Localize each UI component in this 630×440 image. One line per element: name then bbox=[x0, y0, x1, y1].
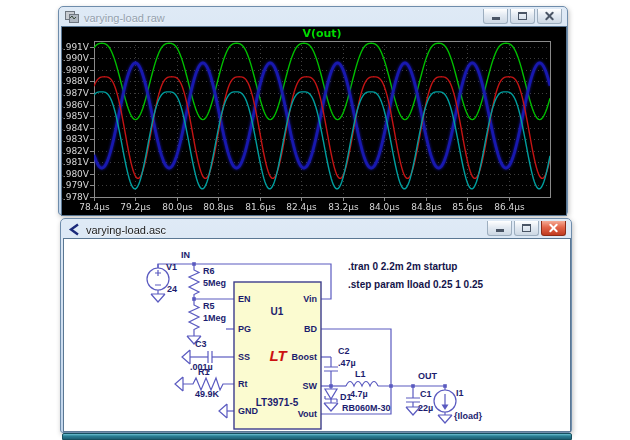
component-refdes: C3 bbox=[195, 339, 207, 349]
plot-window-titlebar[interactable]: varying-load.raw bbox=[61, 9, 565, 26]
maximize-icon bbox=[522, 224, 531, 232]
schematic-window: varying-load.asc bbox=[60, 218, 572, 433]
component-refdes: R5 bbox=[203, 301, 215, 311]
pin-label-ss: SS bbox=[238, 352, 250, 362]
component-value: {Iload} bbox=[454, 411, 483, 421]
net-label-in: IN bbox=[181, 250, 190, 260]
component-refdes: C2 bbox=[338, 346, 350, 356]
component-refdes: L1 bbox=[355, 369, 366, 379]
component-refdes: V1 bbox=[166, 262, 177, 272]
resistor-r1[interactable]: R1 49.9K bbox=[175, 367, 234, 399]
minimize-icon bbox=[496, 229, 504, 232]
waveform-pane bbox=[61, 26, 567, 216]
ground-gnd-pin bbox=[219, 404, 234, 418]
current-source-i1[interactable]: I1 {Iload} bbox=[434, 386, 483, 423]
minimize-button[interactable] bbox=[487, 221, 512, 236]
schematic-window-title: varying-load.asc bbox=[86, 224, 166, 236]
component-refdes: I1 bbox=[456, 388, 464, 398]
net-label-out: OUT bbox=[418, 371, 438, 381]
component-value: 1Meg bbox=[203, 313, 226, 323]
schematic-pane: IN OUT .tran 0 2.2m 2m startup .step par… bbox=[63, 238, 571, 432]
background-window-edge[interactable] bbox=[62, 433, 572, 440]
waveform-window-icon bbox=[65, 11, 79, 24]
chip-refdes: U1 bbox=[271, 306, 284, 317]
maximize-icon bbox=[518, 12, 527, 20]
resistor-r5[interactable]: R5 1Meg bbox=[187, 299, 226, 344]
close-icon bbox=[544, 11, 555, 22]
component-value: 24 bbox=[167, 284, 177, 294]
pin-label-rt: Rt bbox=[238, 379, 248, 389]
close-button[interactable] bbox=[541, 221, 566, 236]
voltage-source-v1[interactable]: V1 24 bbox=[147, 262, 177, 302]
minimize-button[interactable] bbox=[483, 9, 508, 24]
resistor-r6[interactable]: R6 5Meg bbox=[189, 264, 226, 299]
close-icon bbox=[548, 223, 559, 234]
maximize-button[interactable] bbox=[510, 9, 535, 24]
component-value: 4.7µ bbox=[350, 389, 368, 399]
pin-label-en: EN bbox=[238, 294, 251, 304]
schematic-window-titlebar[interactable]: varying-load.asc bbox=[63, 221, 569, 238]
pin-label-bd: BD bbox=[304, 324, 317, 334]
plot-window: varying-load.raw bbox=[58, 6, 568, 215]
minimize-icon bbox=[492, 17, 500, 20]
capacitor-c1[interactable]: C1 22µ bbox=[406, 386, 433, 415]
directive-step: .step param Iload 0.25 1 0.25 bbox=[348, 279, 484, 290]
close-button[interactable] bbox=[537, 9, 562, 24]
pin-label-vout: Vout bbox=[298, 409, 317, 419]
plot-window-title: varying-load.raw bbox=[84, 12, 165, 24]
ltspice-schematic-icon bbox=[67, 223, 81, 236]
schematic-canvas[interactable]: IN OUT .tran 0 2.2m 2m startup .step par… bbox=[64, 239, 570, 431]
pin-label-boost: Boost bbox=[292, 352, 318, 362]
component-refdes: R1 bbox=[198, 367, 210, 377]
component-refdes: R6 bbox=[203, 266, 215, 276]
chip-part-number: LT3971-5 bbox=[256, 397, 299, 408]
component-value: .47µ bbox=[338, 358, 356, 368]
component-value: 49.9K bbox=[195, 389, 220, 399]
directive-tran: .tran 0 2.2m 2m startup bbox=[348, 261, 457, 272]
component-value: 5Meg bbox=[203, 278, 226, 288]
waveform-plot-canvas[interactable] bbox=[62, 27, 566, 215]
component-value: 22µ bbox=[418, 403, 433, 413]
component-value: RB060M-30 bbox=[342, 403, 391, 413]
component-refdes: C1 bbox=[420, 389, 432, 399]
capacitor-c2[interactable]: C2 .47µ bbox=[324, 346, 356, 386]
inductor-l1[interactable]: L1 4.7µ bbox=[346, 369, 378, 399]
lt-logo: LT bbox=[269, 347, 288, 364]
pin-label-sw: SW bbox=[303, 381, 318, 391]
pin-label-vin: Vin bbox=[303, 294, 317, 304]
pin-label-pg: PG bbox=[238, 324, 251, 334]
ic-u1-lt3971[interactable]: EN PG SS Rt GND Vin BD Boost SW Vout U1 … bbox=[234, 282, 321, 429]
maximize-button[interactable] bbox=[514, 221, 539, 236]
